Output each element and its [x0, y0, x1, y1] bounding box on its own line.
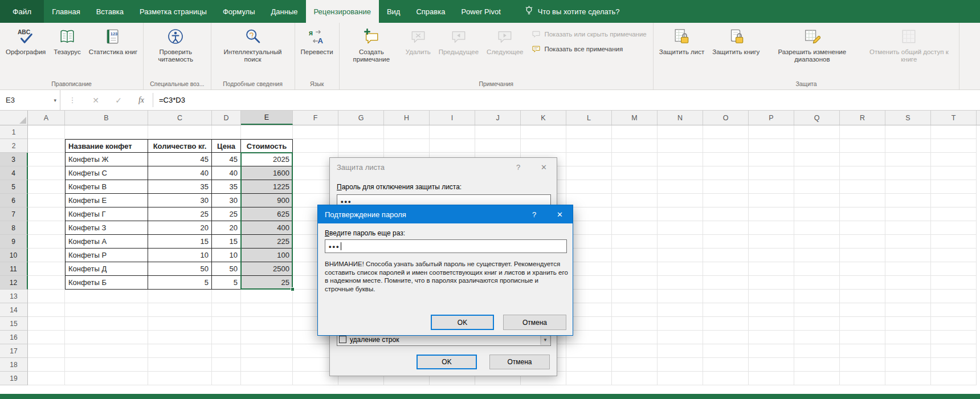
ribbon-tab[interactable]: Power Pivot [453, 0, 508, 23]
cell-L8[interactable] [566, 221, 612, 235]
cell-B4[interactable]: Конфеты С [65, 166, 148, 180]
cell-L10[interactable] [566, 249, 612, 262]
book-stats-button[interactable]: 123Статистика книг [85, 23, 142, 80]
ribbon-tab[interactable]: Справка [408, 0, 453, 23]
cell-D18[interactable] [212, 358, 241, 372]
cell-L1[interactable] [566, 125, 612, 139]
cell-C1[interactable] [148, 125, 212, 139]
cell-L7[interactable] [566, 207, 612, 221]
cell-P1[interactable] [749, 125, 794, 139]
cell-T15[interactable] [931, 317, 977, 331]
row-header-7[interactable]: 7 [0, 207, 28, 221]
cell-O11[interactable] [703, 262, 749, 276]
cell-C9[interactable]: 15 [148, 235, 212, 249]
column-header-I[interactable]: I [430, 111, 475, 125]
cell-O9[interactable] [703, 235, 749, 249]
cell-N17[interactable] [658, 344, 703, 358]
cell-R16[interactable] [840, 331, 885, 344]
cell-A12[interactable] [28, 276, 65, 290]
cell-S10[interactable] [885, 249, 931, 262]
cell-T3[interactable] [931, 153, 977, 166]
cell-P18[interactable] [749, 358, 794, 372]
cell-T1[interactable] [931, 125, 977, 139]
cancel-button[interactable]: Отмена [503, 315, 566, 330]
cell-P6[interactable] [749, 194, 794, 207]
cell-D3[interactable]: 45 [212, 153, 241, 166]
cell-O8[interactable] [703, 221, 749, 235]
cell-L11[interactable] [566, 262, 612, 276]
cell-E5[interactable]: 1225 [241, 180, 293, 194]
cell-T16[interactable] [931, 331, 977, 344]
cell-N5[interactable] [658, 180, 703, 194]
cell-N18[interactable] [658, 358, 703, 372]
cell-N10[interactable] [658, 249, 703, 262]
cell-D9[interactable]: 15 [212, 235, 241, 249]
cell-B17[interactable] [65, 344, 148, 358]
cell-Q18[interactable] [794, 358, 840, 372]
close-icon[interactable]: ✕ [531, 158, 557, 177]
cell-L2[interactable] [566, 139, 612, 153]
cell-D11[interactable]: 50 [212, 262, 241, 276]
cell-D14[interactable] [212, 303, 241, 317]
cell-O10[interactable] [703, 249, 749, 262]
cell-T7[interactable] [931, 207, 977, 221]
cell-N11[interactable] [658, 262, 703, 276]
cell-S12[interactable] [885, 276, 931, 290]
cell-S17[interactable] [885, 344, 931, 358]
column-header-E[interactable]: E [241, 111, 293, 125]
cell-A14[interactable] [28, 303, 65, 317]
ribbon-tab[interactable]: Данные [263, 0, 306, 23]
cell-A9[interactable] [28, 235, 65, 249]
cell-R9[interactable] [840, 235, 885, 249]
fill-handle[interactable] [291, 287, 295, 291]
cell-S19[interactable] [885, 372, 931, 385]
ribbon-tab[interactable]: Рецензирование [306, 0, 379, 23]
cell-T5[interactable] [931, 180, 977, 194]
cell-C2[interactable]: Количество кг. [148, 139, 212, 153]
cell-Q6[interactable] [794, 194, 840, 207]
cell-N9[interactable] [658, 235, 703, 249]
cell-R10[interactable] [840, 249, 885, 262]
cell-S8[interactable] [885, 221, 931, 235]
row-header-2[interactable]: 2 [0, 139, 28, 153]
cell-F2[interactable] [293, 139, 338, 153]
cell-C3[interactable]: 45 [148, 153, 212, 166]
cell-G1[interactable] [338, 125, 384, 139]
cell-Q4[interactable] [794, 166, 840, 180]
cancel-button[interactable]: Отмена [489, 355, 550, 369]
cell-Q9[interactable] [794, 235, 840, 249]
cell-O5[interactable] [703, 180, 749, 194]
cell-P15[interactable] [749, 317, 794, 331]
cell-P13[interactable] [749, 290, 794, 303]
cell-L17[interactable] [566, 344, 612, 358]
ribbon-tab[interactable]: Главная [44, 0, 88, 23]
row-header-1[interactable]: 1 [0, 125, 28, 139]
cell-E17[interactable] [241, 344, 293, 358]
help-icon[interactable]: ? [505, 158, 531, 177]
cell-R15[interactable] [840, 317, 885, 331]
cell-O16[interactable] [703, 331, 749, 344]
cell-P12[interactable] [749, 276, 794, 290]
protect-workbook-button[interactable]: Защитить книгу [708, 23, 763, 80]
cell-P7[interactable] [749, 207, 794, 221]
ribbon-tab[interactable]: Вставка [88, 0, 132, 23]
row-header-18[interactable]: 18 [0, 358, 28, 372]
cell-P10[interactable] [749, 249, 794, 262]
cell-A11[interactable] [28, 262, 65, 276]
cell-B1[interactable] [65, 125, 148, 139]
cell-E14[interactable] [241, 303, 293, 317]
cell-E1[interactable] [241, 125, 293, 139]
column-header-R[interactable]: R [840, 111, 885, 125]
chevron-down-icon[interactable]: ▾ [54, 97, 56, 103]
cell-B8[interactable]: Конфеты З [65, 221, 148, 235]
cell-M14[interactable] [612, 303, 658, 317]
cell-P9[interactable] [749, 235, 794, 249]
cell-I2[interactable] [430, 139, 475, 153]
cell-L13[interactable] [566, 290, 612, 303]
cell-Q15[interactable] [794, 317, 840, 331]
cell-E6[interactable]: 900 [241, 194, 293, 207]
cell-Q11[interactable] [794, 262, 840, 276]
cell-A13[interactable] [28, 290, 65, 303]
cell-Q2[interactable] [794, 139, 840, 153]
cell-A15[interactable] [28, 317, 65, 331]
